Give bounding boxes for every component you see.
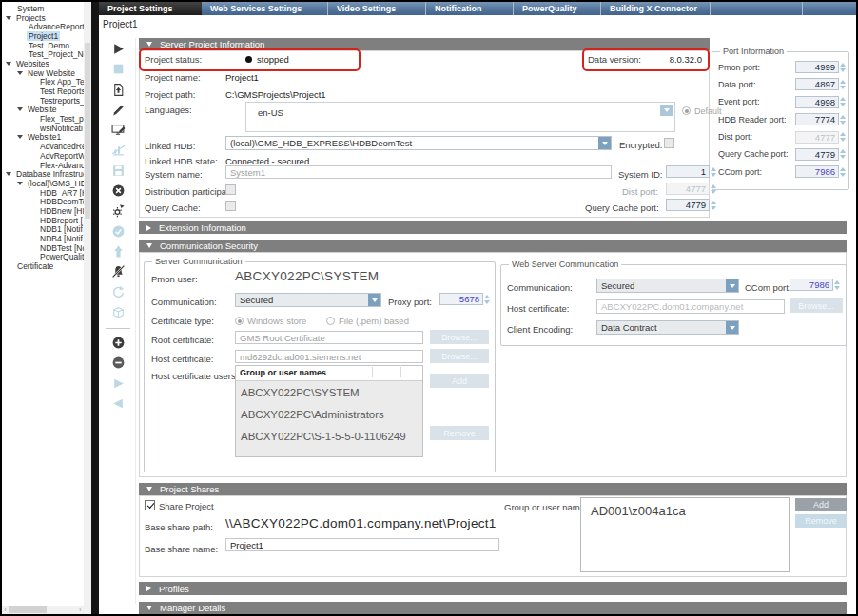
sidebar-item-certificate[interactable]: Certificate <box>2 261 84 271</box>
sidebar-item-database-infrastruct[interactable]: Database Infrastruct <box>2 169 84 179</box>
sidebar-item-flex-app-tes[interactable]: Flex App_Tes <box>2 78 84 87</box>
client-encoding-combobox[interactable]: Data Contract <box>596 320 739 335</box>
port-value-input[interactable]: 4897 <box>795 78 839 90</box>
sidebar-vertical-scrollbar[interactable] <box>84 2 91 606</box>
share-user-item[interactable]: AD001\z004a1ca <box>581 498 789 518</box>
sidebar-item-flex-test-pro[interactable]: Flex_Test_pro <box>2 114 84 124</box>
sidebar-item-projects[interactable]: Projects <box>2 13 84 23</box>
section-header-profiles[interactable]: Profiles <box>139 582 847 595</box>
spin-arrows[interactable] <box>839 149 847 159</box>
ccom-port-stepper[interactable]: 7986 <box>790 279 841 291</box>
language-item[interactable]: en-US <box>258 107 283 118</box>
sidebar-item-testreports-[interactable]: Testreports_ <box>2 96 84 106</box>
certificate-user-row[interactable]: ABCXY022PC\Administrators <box>236 403 422 425</box>
spin-arrows[interactable] <box>839 97 847 106</box>
chevron-down-icon[interactable] <box>368 294 380 306</box>
sidebar-item-test-reports[interactable]: Test Reports <box>2 87 84 96</box>
chevron-down-icon[interactable] <box>660 105 673 116</box>
sidebar-item-flex-advanc[interactable]: Flex-Advanc <box>2 161 84 170</box>
sidebar-item-advancedre[interactable]: AdvancedRe <box>2 142 84 151</box>
sidebar-item-project1[interactable]: Project1 <box>2 31 84 41</box>
web-communication-combobox[interactable]: Secured <box>596 279 739 293</box>
chevron-down-icon[interactable] <box>726 321 738 334</box>
chevron-down-icon[interactable] <box>726 279 738 292</box>
sidebar-item-website1[interactable]: Website1 <box>2 133 84 143</box>
languages-listbox[interactable]: en-US <box>245 102 675 132</box>
spin-arrows[interactable] <box>839 115 847 125</box>
section-header-server-project-information[interactable]: Server Project Information <box>139 38 710 50</box>
monitor-edit-icon[interactable] <box>111 123 126 137</box>
section-header-communication-security[interactable]: Communication Security <box>139 240 847 252</box>
sidebar-horizontal-scrollbar[interactable]: ‹ › <box>2 606 91 614</box>
sidebar-vertical-scrollbar-thumb[interactable] <box>85 43 90 219</box>
certificate-user-row[interactable]: ABCXY022PC\SYSTEM <box>236 381 422 403</box>
tree-expand-arrow-icon[interactable] <box>17 182 23 185</box>
tab-notification[interactable]: Notification <box>426 2 514 15</box>
port-value-input[interactable]: 4998 <box>795 96 839 108</box>
tab-video-settings[interactable]: Video Settings <box>328 2 426 15</box>
proxy-port-stepper[interactable]: 5678 <box>439 293 491 305</box>
system-name-input[interactable]: System1 <box>225 165 612 179</box>
tab-project-settings[interactable]: Project Settings <box>99 2 202 15</box>
section-header-extension-information[interactable]: Extension Information <box>139 221 847 234</box>
close-circle-icon[interactable] <box>111 183 126 198</box>
port-value-input[interactable]: 7774 <box>795 113 839 125</box>
system-id-stepper[interactable]: 1 <box>666 165 717 178</box>
spin-arrows[interactable] <box>839 80 847 89</box>
sidebar-item-hdbdeomte[interactable]: HDBDeomTe <box>2 197 84 206</box>
share-project-checkbox[interactable] <box>145 500 155 510</box>
sidebar-item--local-gms-hdi[interactable]: (local)\GMS_HDI <box>2 179 84 188</box>
scroll-right-icon[interactable]: › <box>77 606 84 613</box>
tab-powerquality[interactable]: PowerQuality <box>514 2 601 15</box>
pane-splitter[interactable] <box>91 2 99 614</box>
tab-web-services-settings[interactable]: Web Services Settings <box>202 2 328 15</box>
sidebar-item-test-demo[interactable]: Test_Demo <box>2 41 84 50</box>
sidebar-item-hdbreport-[interactable]: HDBreport [ <box>2 216 84 225</box>
gear-arrow-icon[interactable] <box>111 203 126 218</box>
sidebar-item-websites[interactable]: Websites <box>2 59 84 68</box>
sidebar-item-ndbtest-nc[interactable]: NDBTest [Nc <box>2 243 84 253</box>
sidebar-item-new-website[interactable]: New Website <box>2 68 84 78</box>
certificate-user-row[interactable]: ABCXY022PC\S-1-5-5-0-1106249 <box>236 425 422 447</box>
sidebar-item-powerqualit[interactable]: PowerQualit <box>2 253 84 262</box>
spin-arrows[interactable] <box>839 63 847 72</box>
pen-icon[interactable] <box>111 103 126 117</box>
linked-hdb-combobox[interactable]: (local)\GMS_HDB_EXPRESS\HDBDeomTest <box>225 136 612 150</box>
plus-circle-icon[interactable] <box>111 336 126 350</box>
sidebar-item-advreportw[interactable]: AdvReportW <box>2 151 84 161</box>
tree-expand-arrow-icon[interactable] <box>17 107 23 111</box>
sidebar-item-test-project-not[interactable]: Test_Project_Not <box>2 49 84 59</box>
tree-expand-arrow-icon[interactable] <box>17 71 23 75</box>
encrypted-checkbox[interactable] <box>664 138 674 148</box>
sidebar-item-hdbnew-hi[interactable]: HDBnew [HI <box>2 206 84 216</box>
sidebar-item-website[interactable]: Website <box>2 106 84 115</box>
document-restore-icon[interactable] <box>111 83 126 97</box>
sidebar-horizontal-scrollbar-thumb[interactable] <box>9 606 47 613</box>
root-certificate-input[interactable]: GMS Root Certificate <box>235 331 423 344</box>
port-value-input[interactable]: 4999 <box>795 61 839 73</box>
chevron-down-icon[interactable] <box>598 137 611 149</box>
play-icon[interactable] <box>111 42 126 56</box>
server-communication-combobox[interactable]: Secured <box>235 293 381 307</box>
base-share-name-input[interactable]: Project1 <box>225 538 499 551</box>
section-header-manager-details[interactable]: Manager Details <box>139 602 847 614</box>
share-users-listbox[interactable]: AD001\z004a1ca <box>580 497 790 572</box>
tab-building-x-connector[interactable]: Building X Connector <box>601 2 711 15</box>
port-value-input[interactable]: 4779 <box>795 148 839 161</box>
query-cache-checkbox[interactable] <box>225 201 236 211</box>
section-header-project-shares[interactable]: Project Shares <box>139 483 847 495</box>
add-share-user-button[interactable]: Add <box>795 498 847 511</box>
web-host-certificate-input[interactable]: ABCXY022PC.dom01.company.net <box>596 299 785 314</box>
sidebar-item-hdb-ar7-h[interactable]: HDB_AR7 [H <box>2 188 84 198</box>
spin-arrows[interactable] <box>839 167 847 177</box>
sidebar-item-advancereport7[interactable]: AdvanceReport7 <box>2 22 84 31</box>
port-value-input[interactable]: 7986 <box>795 165 839 178</box>
tree-expand-arrow-icon[interactable] <box>6 16 11 20</box>
tree-expand-arrow-icon[interactable] <box>6 62 11 66</box>
sidebar-item-ndb1-notif[interactable]: NDB1 [Notif <box>2 225 84 235</box>
query-cache-port-stepper[interactable]: 4779 <box>666 199 717 211</box>
sidebar-item-ndb4-notif[interactable]: NDB4 [Notif <box>2 234 84 243</box>
default-language-radio[interactable] <box>682 106 691 115</box>
content-tab-project1[interactable]: Project1 <box>103 19 138 29</box>
tree-expand-arrow-icon[interactable] <box>6 172 11 176</box>
